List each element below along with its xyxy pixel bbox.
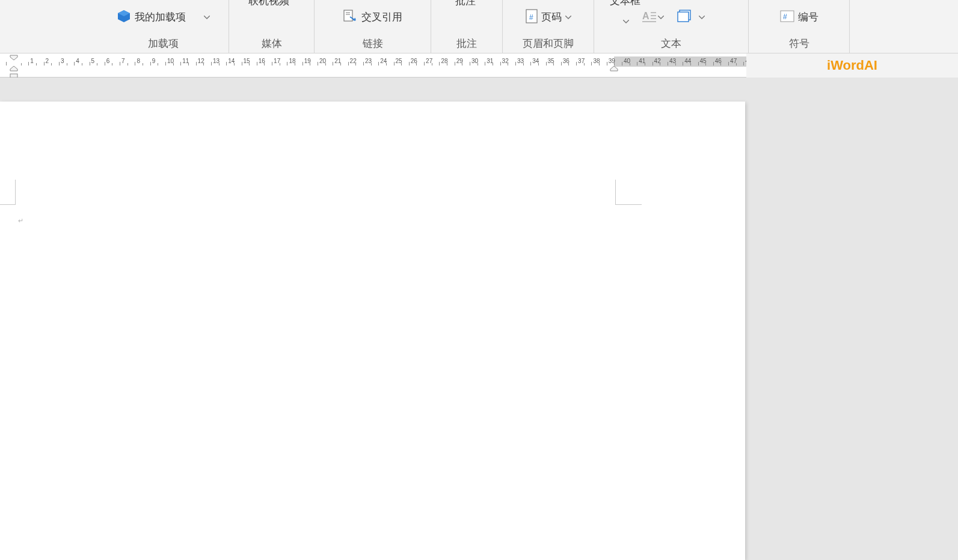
- ribbon-group-text-label: 文本: [594, 34, 748, 52]
- chevron-down-icon: [699, 14, 705, 20]
- ribbon-group-addins: 我的加载项 加载项: [97, 0, 229, 53]
- object-button[interactable]: [675, 8, 707, 26]
- ribbon-group-comments-label: 批注: [431, 34, 502, 52]
- chevron-down-icon: [565, 14, 571, 20]
- right-indent-marker[interactable]: [610, 63, 618, 74]
- chevron-down-icon: [204, 14, 210, 20]
- object-icon: [677, 10, 693, 25]
- text-cut-label: 文本框: [610, 0, 640, 8]
- ribbon-group-addins-label: 加载项: [97, 34, 229, 52]
- svg-marker-16: [10, 55, 17, 60]
- brand-label: iWordAI: [827, 58, 877, 73]
- paragraph-mark: ↵: [18, 217, 23, 225]
- horizontal-ruler[interactable]: 1234567891011121314151617181920212223242…: [0, 53, 746, 78]
- ribbon-group-addins-content: 我的加载项: [97, 0, 229, 34]
- ruler-ticks: 1234567891011121314151617181920212223242…: [0, 56, 746, 67]
- numbering-label: 编号: [798, 10, 818, 24]
- numbering-icon: #: [780, 10, 794, 25]
- ribbon: 我的加载项 加载项 联机视频 媒体: [0, 0, 958, 53]
- chevron-down-icon: [623, 19, 629, 25]
- ribbon-group-symbols-label: 符号: [749, 34, 849, 52]
- ribbon-group-links-label: 链接: [315, 34, 431, 52]
- page-number-icon: #: [526, 9, 538, 26]
- ribbon-group-comments: 批注 批注: [431, 0, 503, 53]
- svg-rect-13: [678, 12, 689, 22]
- page-number-label: 页码: [541, 10, 562, 24]
- ribbon-group-trailing: [850, 0, 958, 53]
- margin-guide-top-right: [615, 180, 642, 205]
- svg-rect-2: [344, 10, 352, 21]
- first-line-indent-marker[interactable]: [10, 52, 18, 63]
- cross-reference-label: 交叉引用: [361, 10, 402, 24]
- sidebar-brand-area: iWordAI: [746, 53, 958, 78]
- document-page[interactable]: ↵: [0, 102, 745, 560]
- ribbon-group-headerfooter-label: 页眉和页脚: [503, 34, 594, 52]
- addins-icon: [117, 9, 131, 26]
- ribbon-group-media-label: 媒体: [229, 34, 314, 52]
- ribbon-group-links: 交叉引用 链接: [315, 0, 431, 53]
- dropcap-icon: A: [642, 10, 657, 25]
- right-panel-background: [746, 78, 958, 560]
- svg-marker-19: [610, 66, 618, 71]
- ribbon-group-symbols: # 编号 符号: [749, 0, 850, 53]
- svg-text:#: #: [783, 13, 787, 21]
- chevron-down-icon: [658, 14, 664, 20]
- numbering-button[interactable]: # 编号: [778, 9, 821, 26]
- cross-reference-icon: [343, 10, 358, 25]
- textbox-dropdown[interactable]: [621, 9, 631, 26]
- ribbon-group-pregap: [0, 0, 97, 53]
- ribbon-group-headerfooter: # 页码 页眉和页脚: [503, 0, 594, 53]
- margin-guide-top-left: [0, 180, 16, 205]
- dropcap-button[interactable]: A: [640, 9, 666, 26]
- my-addins-button[interactable]: 我的加载项: [114, 8, 212, 27]
- media-cut-label: 联机视频: [248, 0, 289, 8]
- ribbon-group-media: 联机视频 媒体: [229, 0, 315, 53]
- page-number-button[interactable]: # 页码: [523, 8, 574, 27]
- svg-text:A: A: [642, 11, 649, 21]
- comments-cut-label: 批注: [455, 0, 476, 8]
- svg-text:#: #: [529, 13, 533, 22]
- my-addins-label: 我的加载项: [135, 10, 186, 24]
- cross-reference-button[interactable]: 交叉引用: [341, 8, 405, 26]
- ribbon-group-text: 文本框 A: [594, 0, 749, 53]
